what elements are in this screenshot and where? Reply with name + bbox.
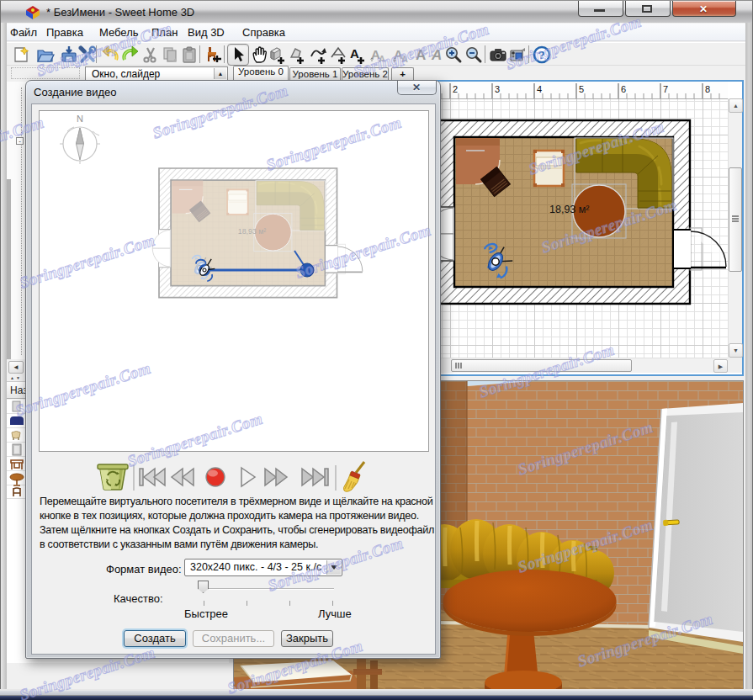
svg-text:2: 2 (453, 84, 458, 94)
svg-text:N: N (77, 114, 83, 124)
svg-text:5: 5 (579, 84, 584, 94)
svg-text:3: 3 (495, 84, 500, 94)
svg-text:?: ? (538, 49, 545, 61)
svg-text:A: A (416, 47, 426, 63)
svg-text:A: A (350, 46, 359, 61)
svg-text:4: 4 (537, 84, 542, 94)
svg-text:7: 7 (663, 84, 668, 94)
svg-text:6: 6 (621, 84, 626, 94)
svg-text:8: 8 (705, 84, 710, 94)
svg-text:A: A (379, 54, 385, 64)
svg-text:A: A (401, 54, 408, 64)
svg-text:A: A (431, 47, 442, 63)
